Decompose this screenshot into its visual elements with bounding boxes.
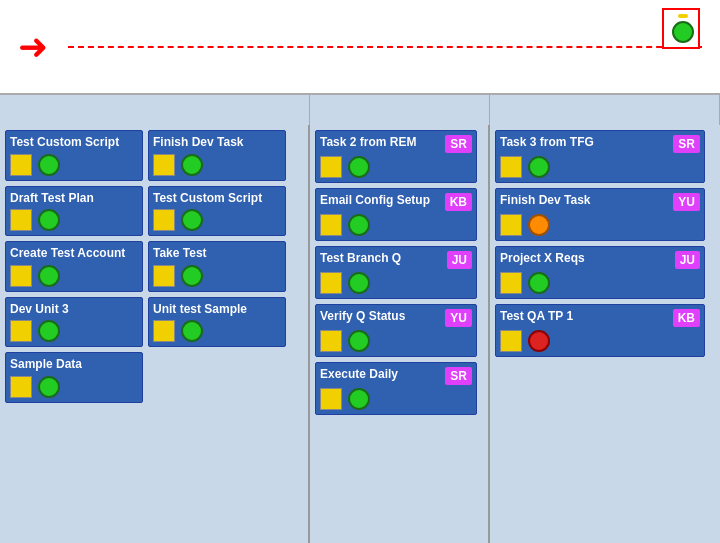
card-yellow-square (153, 265, 175, 287)
kanban-card[interactable]: Sample Data (5, 352, 143, 403)
kanban-card[interactable]: Finish Dev TaskYU (495, 188, 705, 241)
card-yellow-square (500, 330, 522, 352)
backlog-cards: Test Custom ScriptFinish Dev TaskDraft T… (0, 125, 308, 543)
todo-cards: Task 2 from REMSREmail Config SetupKBTes… (310, 125, 488, 543)
card-yellow-square (153, 209, 175, 231)
card-title: Finish Dev Task (153, 135, 281, 151)
card-title: Test Custom Script (153, 191, 281, 207)
kanban-card[interactable]: Task 3 from TFGSR (495, 130, 705, 183)
kanban-card[interactable]: Finish Dev Task (148, 130, 286, 181)
card-yellow-square (320, 272, 342, 294)
card-status-dot (38, 376, 60, 398)
kanban-card[interactable]: Verify Q StatusYU (315, 304, 477, 357)
card-title: Create Test Account (10, 246, 138, 262)
kanban-card[interactable]: Execute DailySR (315, 362, 477, 415)
card-title: Execute Daily (320, 367, 445, 383)
kanban-card[interactable]: Take Test (148, 241, 286, 292)
header: ➜ (0, 0, 720, 95)
kanban-card[interactable]: Draft Test Plan (5, 186, 143, 237)
todo-column: Task 2 from REMSREmail Config SetupKBTes… (310, 125, 490, 543)
card-status-dot (348, 330, 370, 352)
card-badge: SR (445, 135, 472, 153)
card-badge: JU (675, 251, 700, 269)
card-status-dot (38, 320, 60, 342)
card-status-dot (181, 320, 203, 342)
kanban-card[interactable]: Create Test Account (5, 241, 143, 292)
express-card-badge (678, 14, 688, 18)
card-badge: KB (673, 309, 700, 327)
card-yellow-square (10, 209, 32, 231)
dashed-line (68, 46, 702, 48)
card-title: Task 2 from REM (320, 135, 445, 151)
card-yellow-square (500, 214, 522, 236)
card-yellow-square (10, 320, 32, 342)
card-yellow-square (10, 154, 32, 176)
card-status-dot (181, 265, 203, 287)
card-status-dot (528, 156, 550, 178)
wip-cards: Task 3 from TFGSRFinish Dev TaskYUProjec… (490, 125, 720, 543)
kanban-card[interactable]: Unit test Sample (148, 297, 286, 348)
backlog-header (0, 95, 310, 125)
card-status-dot (348, 214, 370, 236)
card-yellow-square (10, 376, 32, 398)
card-yellow-square (153, 154, 175, 176)
card-yellow-square (500, 156, 522, 178)
card-title: Dev Unit 3 (10, 302, 138, 318)
card-title: Verify Q Status (320, 309, 445, 325)
wip-column: Task 3 from TFGSRFinish Dev TaskYUProjec… (490, 125, 720, 543)
kanban-card[interactable]: Task 2 from REMSR (315, 130, 477, 183)
card-title: Take Test (153, 246, 281, 262)
card-title: Project X Reqs (500, 251, 675, 267)
card-badge: YU (673, 193, 700, 211)
kanban-card[interactable]: Test Branch QJU (315, 246, 477, 299)
card-yellow-square (153, 320, 175, 342)
card-yellow-square (320, 156, 342, 178)
card-yellow-square (500, 272, 522, 294)
card-title: Test Branch Q (320, 251, 447, 267)
card-status-dot (528, 272, 550, 294)
card-title: Unit test Sample (153, 302, 281, 318)
card-title: Sample Data (10, 357, 138, 373)
column-headers (0, 95, 720, 125)
card-badge: SR (445, 367, 472, 385)
card-yellow-square (320, 388, 342, 410)
card-status-dot (348, 272, 370, 294)
todo-header (310, 95, 490, 125)
kanban-card[interactable]: Test Custom Script (148, 186, 286, 237)
arrow-right-icon: ➜ (18, 26, 48, 68)
card-status-dot (348, 388, 370, 410)
kanban-card[interactable]: Dev Unit 3 (5, 297, 143, 348)
card-title: Task 3 from TFG (500, 135, 673, 151)
card-status-dot (181, 154, 203, 176)
card-badge: SR (673, 135, 700, 153)
express-lane-card (662, 8, 700, 49)
card-status-dot (348, 156, 370, 178)
card-badge: JU (447, 251, 472, 269)
card-status-dot (528, 330, 550, 352)
card-status-dot (181, 209, 203, 231)
card-badge: YU (445, 309, 472, 327)
card-status-dot (38, 265, 60, 287)
card-title: Draft Test Plan (10, 191, 138, 207)
kanban-card[interactable]: Test Custom Script (5, 130, 143, 181)
kanban-card[interactable]: Project X ReqsJU (495, 246, 705, 299)
card-title: Email Config Setup (320, 193, 445, 209)
wip-header (490, 95, 720, 125)
card-title: Test QA TP 1 (500, 309, 673, 325)
card-yellow-square (320, 214, 342, 236)
card-status-dot (528, 214, 550, 236)
express-card-dot (672, 21, 694, 43)
card-title: Test Custom Script (10, 135, 138, 151)
card-yellow-square (320, 330, 342, 352)
card-badge: KB (445, 193, 472, 211)
card-status-dot (38, 209, 60, 231)
card-yellow-square (10, 265, 32, 287)
kanban-card[interactable]: Test QA TP 1KB (495, 304, 705, 357)
kanban-board: Test Custom ScriptFinish Dev TaskDraft T… (0, 125, 720, 543)
kanban-card[interactable]: Email Config SetupKB (315, 188, 477, 241)
card-status-dot (38, 154, 60, 176)
card-title: Finish Dev Task (500, 193, 673, 209)
backlog-column: Test Custom ScriptFinish Dev TaskDraft T… (0, 125, 310, 543)
